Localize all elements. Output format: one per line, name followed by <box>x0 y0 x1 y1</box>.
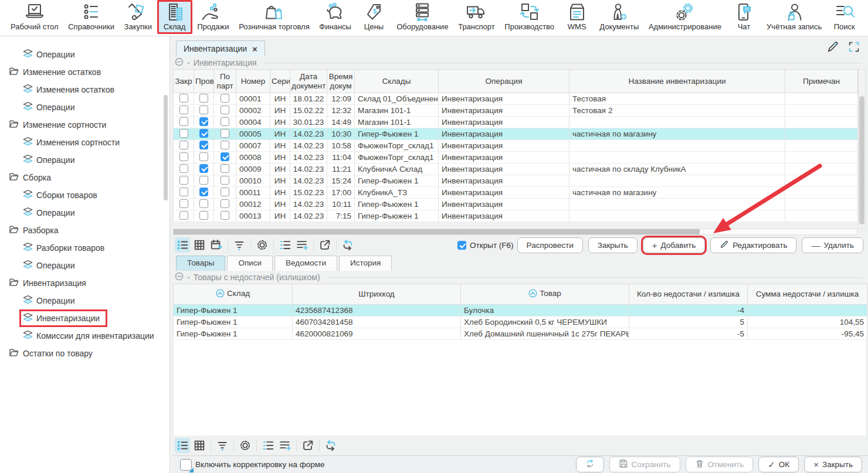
close-form-button[interactable]: ×Закрыть <box>804 457 862 472</box>
sidebar-item-operations[interactable]: Операции <box>0 151 169 169</box>
tab-statements[interactable]: Ведомости <box>274 256 337 271</box>
closed-checkbox[interactable] <box>179 164 188 173</box>
nav-item-documents[interactable]: Документы <box>595 0 643 34</box>
sidebar-item-stock-by-product[interactable]: Остатки по товару <box>0 345 169 362</box>
table-row[interactable]: Гипер-Фьюжен 14607034281458Хлеб Бородинс… <box>174 317 867 328</box>
closed-checkbox[interactable] <box>179 199 188 208</box>
filter-icon[interactable] <box>232 237 247 253</box>
by-batch-checkbox[interactable] <box>221 152 229 161</box>
column-header[interactable]: Кол-во недостачи / излишка <box>629 284 748 305</box>
ok-button[interactable]: ✓ОК <box>758 457 799 472</box>
column-header[interactable]: Название инвентаризации <box>569 70 785 93</box>
sidebar-item-operations[interactable]: Операции <box>0 292 169 309</box>
numbered-list-icon[interactable] <box>260 438 276 453</box>
verified-checkbox[interactable] <box>199 117 208 126</box>
open-f6-checkbox[interactable]: Открыт (F6) <box>457 241 513 250</box>
sidebar-item-disassembly-group[interactable]: Разборка <box>0 222 169 239</box>
horizontal-scrollbar[interactable] <box>173 229 857 235</box>
close-icon[interactable]: × <box>252 45 257 53</box>
nav-item-account[interactable]: Учётная запись <box>762 0 826 34</box>
column-header[interactable]: Штрихкод <box>293 284 461 305</box>
collapse-icon[interactable] <box>175 272 184 283</box>
table-row[interactable]: 00011ИН15.02.2317:00КлубникА_ТЗИнвентари… <box>174 187 858 199</box>
by-batch-checkbox[interactable] <box>221 176 229 185</box>
refresh-button[interactable] <box>576 457 604 472</box>
column-header[interactable]: Закр <box>174 70 194 93</box>
by-batch-checkbox[interactable] <box>221 129 229 138</box>
table-row[interactable]: Гипер-Фьюжен 14620000821069Хлеб Домашний… <box>174 328 867 340</box>
nav-item-warehouse[interactable]: Склад <box>157 0 192 34</box>
column-header[interactable]: Номер <box>236 70 270 93</box>
closed-checkbox[interactable] <box>179 211 188 220</box>
verified-checkbox[interactable] <box>199 152 208 161</box>
nav-item-sales[interactable]: Продажи <box>192 0 233 34</box>
nav-item-retail[interactable]: Розничная торговля <box>234 0 314 34</box>
tab-products[interactable]: Товары <box>176 256 225 271</box>
open-external-icon[interactable] <box>300 438 316 453</box>
closed-checkbox[interactable] <box>179 176 188 185</box>
sidebar-item-operations[interactable]: Операции <box>0 98 169 116</box>
by-batch-checkbox[interactable] <box>221 141 229 149</box>
nav-item-chat[interactable]: Чат <box>727 0 762 34</box>
column-header[interactable]: Дата документ <box>290 70 327 93</box>
nav-item-equipment[interactable]: Оборудование <box>392 0 453 34</box>
nav-item-purchases[interactable]: Закупки <box>120 0 157 34</box>
nav-item-desktop[interactable]: Рабочий стол <box>6 0 63 34</box>
checkbox[interactable] <box>180 459 192 471</box>
scrollbar-thumb[interactable] <box>859 96 864 224</box>
verified-checkbox[interactable] <box>199 129 208 138</box>
checkbox[interactable] <box>457 241 466 250</box>
closed-checkbox[interactable] <box>179 129 188 138</box>
verified-checkbox[interactable] <box>199 176 208 185</box>
column-header[interactable]: Пров <box>194 70 214 93</box>
tab-history[interactable]: История <box>339 256 392 271</box>
settings-icon[interactable] <box>238 438 253 453</box>
list-view-icon[interactable] <box>175 438 190 453</box>
open-external-icon[interactable] <box>317 237 333 253</box>
by-batch-checkbox[interactable] <box>221 199 229 208</box>
grid-icon[interactable] <box>192 237 207 253</box>
verified-checkbox[interactable] <box>199 211 208 220</box>
column-header[interactable]: Склад <box>174 284 293 305</box>
by-batch-checkbox[interactable] <box>221 164 229 173</box>
sidebar-item-inventory-group[interactable]: Инвентаризация <box>0 274 169 292</box>
verified-checkbox[interactable] <box>199 164 208 173</box>
add-button[interactable]: +Добавить <box>643 237 705 253</box>
sidebar-scrollbar[interactable] <box>164 95 168 200</box>
refresh-icon[interactable] <box>323 438 338 453</box>
sidebar-item-inventory-commissions[interactable]: Комиссии для инвентаризации <box>0 327 169 345</box>
add-to-list-icon[interactable] <box>277 438 293 453</box>
nav-item-prices[interactable]: $Цены <box>357 0 392 34</box>
nav-item-administration[interactable]: Администрирование <box>644 0 726 34</box>
closed-checkbox[interactable] <box>179 94 188 103</box>
nav-item-transport[interactable]: Транспорт <box>453 0 500 34</box>
tab-inventories-lists[interactable]: Описи <box>227 256 273 271</box>
nav-item-wms[interactable]: WMS <box>560 0 595 34</box>
sidebar-item-stock-changes[interactable]: Изменения остатков <box>0 81 169 98</box>
table-row[interactable]: 00001ИН18.01.2212:09Склад 01_Объединения… <box>174 93 858 105</box>
settings-icon[interactable] <box>255 237 270 253</box>
verified-checkbox[interactable] <box>199 94 208 103</box>
refresh-icon[interactable] <box>340 237 355 253</box>
column-header[interactable]: Примечан <box>785 70 858 93</box>
verified-checkbox[interactable] <box>199 106 208 114</box>
closed-checkbox[interactable] <box>179 106 188 114</box>
column-header[interactable]: Время докум <box>327 70 355 93</box>
nav-item-production[interactable]: Производство <box>500 0 559 34</box>
vertical-scrollbar[interactable] <box>858 69 866 229</box>
sidebar-item-operations[interactable]: Операции <box>0 46 169 63</box>
save-button[interactable]: Сохранить <box>609 457 680 472</box>
sidebar-item-inventories[interactable]: Инвентаризации <box>0 309 169 327</box>
cancel-button[interactable]: Отменить <box>686 457 754 472</box>
nav-item-directories[interactable]: Справочники <box>63 0 119 34</box>
by-batch-checkbox[interactable] <box>221 188 229 196</box>
by-batch-checkbox[interactable] <box>221 117 229 126</box>
sidebar-item-operations[interactable]: Операции <box>0 257 169 274</box>
column-header[interactable]: По парт <box>214 70 236 93</box>
table-row[interactable]: 00013ИН14.02.237:15Гипер-Фьюжен 1Инвента… <box>174 210 858 222</box>
numbered-list-icon[interactable] <box>277 237 293 253</box>
column-header[interactable]: Операция <box>439 70 569 93</box>
nav-item-search[interactable]: Поиск <box>827 0 862 34</box>
maximize-icon[interactable] <box>847 40 861 54</box>
verified-checkbox[interactable] <box>199 141 208 149</box>
